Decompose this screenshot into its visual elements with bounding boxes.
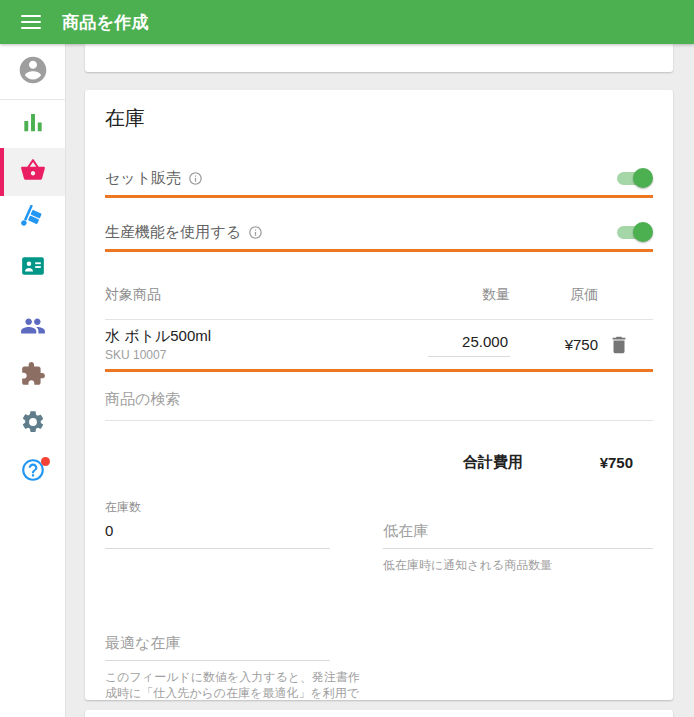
sidebar-item-customers[interactable] bbox=[0, 244, 65, 292]
product-sku: SKU 10007 bbox=[105, 348, 390, 363]
shopping-basket-icon bbox=[20, 157, 46, 187]
optimal-stock-helper: このフィールドに数値を入力すると、発注書作成時に「仕入先からの在庫を最適化」を利… bbox=[105, 669, 363, 700]
optimal-stock-input[interactable] bbox=[105, 627, 330, 661]
low-stock-helper: 低在庫時に通知される商品数量 bbox=[383, 557, 653, 573]
info-icon[interactable] bbox=[188, 171, 203, 186]
next-card-edge bbox=[85, 710, 673, 717]
product-cell: 水 ボトル500ml SKU 10007 bbox=[105, 326, 390, 363]
notification-dot bbox=[41, 457, 50, 466]
product-search-input[interactable] bbox=[105, 386, 653, 421]
previous-card-edge bbox=[85, 44, 673, 72]
sidebar-item-apps[interactable] bbox=[0, 352, 65, 400]
total-cost-row: 合計費用 ¥750 bbox=[105, 453, 653, 472]
puzzle-icon bbox=[20, 361, 46, 391]
contact-card-icon bbox=[20, 253, 46, 283]
sidebar-item-employees[interactable] bbox=[0, 304, 65, 352]
composite-toggle-label: セット販売 bbox=[105, 169, 203, 188]
app-bar: 商品を作成 bbox=[0, 0, 694, 44]
sidebar-item-account[interactable] bbox=[0, 44, 65, 100]
hamburger-menu-icon[interactable] bbox=[21, 15, 41, 29]
production-toggle-text: 生産機能を使用する bbox=[105, 223, 241, 242]
sidebar-item-help[interactable] bbox=[0, 448, 65, 496]
production-toggle-row: 生産機能を使用する bbox=[105, 222, 653, 252]
main-content: 在庫 セット販売 生産機能を使用する bbox=[66, 44, 694, 717]
sidebar bbox=[0, 44, 66, 717]
in-stock-input[interactable] bbox=[105, 515, 330, 549]
in-stock-field: 在庫数 bbox=[105, 500, 330, 573]
total-cost-value: ¥750 bbox=[523, 454, 633, 471]
hand-truck-icon bbox=[20, 205, 46, 235]
composite-toggle[interactable] bbox=[616, 168, 653, 188]
in-stock-label: 在庫数 bbox=[105, 500, 330, 515]
info-icon[interactable] bbox=[248, 225, 263, 240]
gear-icon bbox=[20, 409, 46, 439]
low-stock-field: 低在庫時に通知される商品数量 bbox=[383, 500, 653, 573]
composite-toggle-row: セット販売 bbox=[105, 168, 653, 198]
sidebar-item-reports[interactable] bbox=[0, 100, 65, 148]
sidebar-item-products[interactable] bbox=[0, 148, 65, 196]
production-toggle-label: 生産機能を使用する bbox=[105, 223, 263, 242]
stock-fields-row: 在庫数 低在庫時に通知される商品数量 bbox=[105, 500, 653, 573]
page-title: 商品を作成 bbox=[62, 11, 149, 34]
low-stock-input[interactable] bbox=[383, 515, 653, 549]
trash-icon[interactable] bbox=[608, 334, 630, 356]
components-table-header: 対象商品 数量 原価 bbox=[105, 286, 653, 320]
optimal-stock-field: このフィールドに数値を入力すると、発注書作成時に「仕入先からの在庫を最適化」を利… bbox=[105, 627, 363, 700]
column-header-product: 対象商品 bbox=[105, 286, 390, 304]
sidebar-item-inventory[interactable] bbox=[0, 196, 65, 244]
column-header-cost: 原価 bbox=[510, 286, 598, 304]
quantity-input[interactable] bbox=[428, 333, 510, 357]
card-title: 在庫 bbox=[105, 104, 653, 132]
composite-toggle-text: セット販売 bbox=[105, 169, 181, 188]
table-row: 水 ボトル500ml SKU 10007 ¥750 bbox=[105, 320, 653, 372]
product-search-row bbox=[105, 372, 653, 421]
active-indicator bbox=[0, 148, 4, 196]
column-header-quantity: 数量 bbox=[390, 286, 510, 304]
inventory-card: 在庫 セット販売 生産機能を使用する bbox=[85, 90, 673, 700]
cost-value: ¥750 bbox=[510, 336, 598, 353]
product-name: 水 ボトル500ml bbox=[105, 326, 390, 346]
account-circle-icon bbox=[17, 54, 49, 90]
sidebar-item-settings[interactable] bbox=[0, 400, 65, 448]
production-toggle[interactable] bbox=[616, 222, 653, 242]
people-icon bbox=[20, 313, 46, 343]
total-cost-label: 合計費用 bbox=[463, 453, 523, 472]
bar-chart-icon bbox=[20, 109, 46, 139]
